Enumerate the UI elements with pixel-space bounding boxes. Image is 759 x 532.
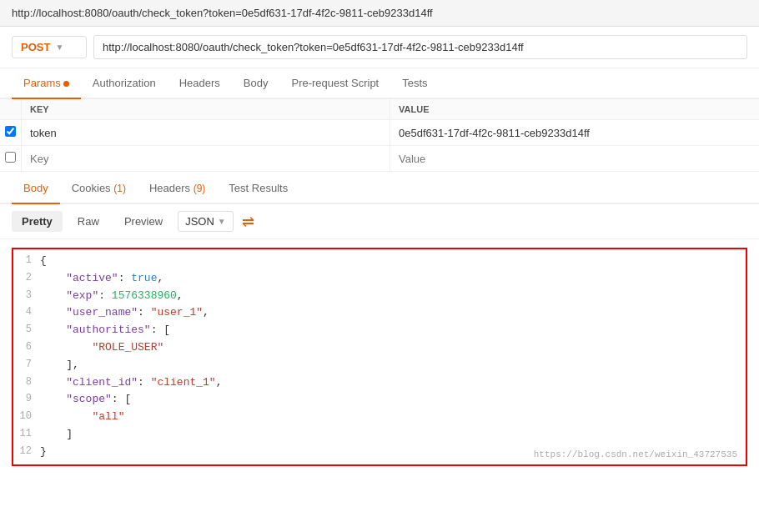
value-cell[interactable] [390,120,759,146]
table-row-empty [0,146,759,172]
empty-checkbox-cell[interactable] [0,146,22,172]
json-line-5: 5 "authorities": [ [13,322,746,339]
table-row [0,120,759,146]
chevron-down-icon: ▼ [55,43,63,52]
json-line-1: 1 { [13,253,746,270]
format-select[interactable]: JSON ▼ [178,211,234,232]
json-line-10: 10 "all" [13,409,746,426]
tab-headers[interactable]: Headers [168,68,232,98]
method-select[interactable]: POST ▼ [12,36,87,58]
url-input[interactable] [93,35,747,59]
json-line-9: 9 "scope": [ [13,391,746,409]
tab-body[interactable]: Body [232,68,280,98]
headers-badge: (9) [194,183,206,194]
tab-test-results[interactable]: Test Results [217,173,299,203]
title-bar: http://localhost:8080/oauth/check_token?… [0,0,759,27]
tab-response-body[interactable]: Body [12,173,60,204]
tab-response-headers[interactable]: Headers (9) [138,173,217,203]
response-tabs-row: Body Cookies (1) Headers (9) Test Result… [0,173,759,204]
json-line-2: 2 "active": true, [13,270,746,288]
empty-value-cell[interactable] [390,146,759,172]
request-tabs-row: Params Authorization Headers Body Pre-re… [0,68,759,99]
json-line-11: 11 ] [13,426,746,444]
value-column-header: VALUE [390,99,759,120]
empty-key-input[interactable] [30,153,381,165]
method-label: POST [21,41,50,53]
watermark: https://blog.csdn.net/weixin_43727535 [534,449,737,459]
empty-checkbox[interactable] [5,152,16,163]
json-response-area: 1 { 2 "active": true, 3 "exp": 157633896… [12,248,747,466]
tab-tests[interactable]: Tests [390,68,439,98]
pretty-button[interactable]: Pretty [12,211,63,232]
format-label: JSON [185,215,214,228]
row-checkbox-cell[interactable] [0,120,22,146]
title-text: http://localhost:8080/oauth/check_token?… [12,7,433,19]
empty-key-cell[interactable] [22,146,390,172]
key-input[interactable] [30,127,381,139]
json-line-4: 4 "user_name": "user_1", [13,304,746,322]
tab-cookies[interactable]: Cookies (1) [60,173,138,203]
params-table: KEY VALUE [0,99,759,172]
json-line-8: 8 "client_id": "client_1", [13,374,746,392]
tab-params[interactable]: Params [12,68,81,99]
json-line-3: 3 "exp": 1576338960, [13,288,746,305]
json-line-7: 7 ], [13,357,746,374]
tab-pre-request-script[interactable]: Pre-request Script [279,68,390,98]
json-line-6: 6 "ROLE_USER" [13,339,746,357]
key-cell[interactable] [22,120,390,146]
value-input[interactable] [399,127,751,139]
wrap-icon[interactable]: ⇌ [242,213,254,231]
preview-button[interactable]: Preview [114,211,173,232]
key-column-header: KEY [22,99,390,120]
cookies-badge: (1) [113,183,126,194]
raw-button[interactable]: Raw [68,211,109,232]
params-dot [63,81,69,87]
empty-value-input[interactable] [399,153,751,165]
row-checkbox[interactable] [5,126,16,137]
url-bar-row: POST ▼ [0,27,759,68]
format-chevron-icon: ▼ [218,217,226,226]
format-bar: Pretty Raw Preview JSON ▼ ⇌ [0,204,759,239]
tab-authorization[interactable]: Authorization [81,68,168,98]
